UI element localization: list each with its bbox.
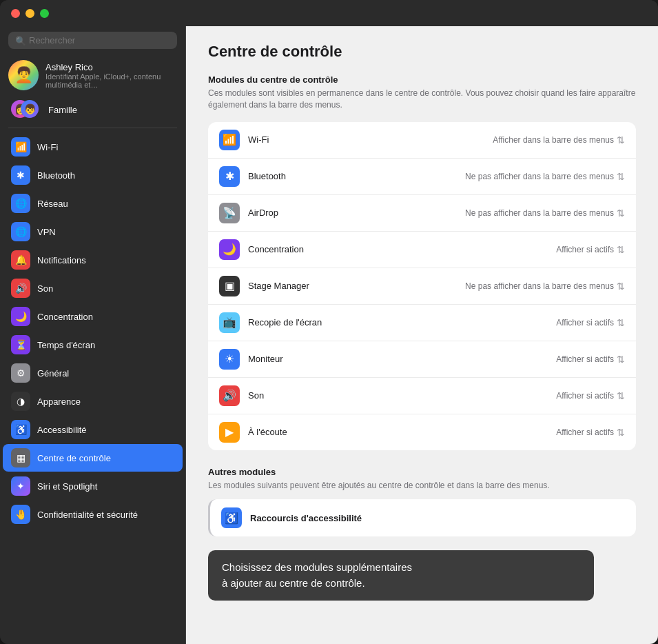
sidebar-item-label-siri: Siri et Spotlight [37,481,97,492]
sidebar-item-label-network: Réseau [37,199,68,209]
module-name-stagemanager: Stage Manager [248,281,457,291]
sidebar-item-label-privacy: Confidentialité et sécurité [37,510,138,520]
appearance-icon: ◑ [11,392,30,411]
stepper-icon-sound: ⇅ [617,390,625,401]
sidebar-item-appearance[interactable]: ◑ Apparence [3,388,183,415]
display-module-icon: ☀ [219,349,240,370]
sidebar-item-focus[interactable]: 🌙 Concentration [3,303,183,330]
sidebar-item-label-appearance: Apparence [37,396,81,407]
sidebar-item-notifications[interactable]: 🔔 Notifications [3,246,183,274]
privacy-icon: 🤚 [11,505,30,524]
main-content: Centre de contrôle Modules du centre de … [186,26,658,644]
nowplaying-module-icon: ▶ [219,422,240,443]
module-control-display[interactable]: Afficher si actifs ⇅ [556,354,625,365]
sidebar-item-wifi[interactable]: 📶 Wi-Fi [3,133,183,161]
sidebar-item-control[interactable]: ▦ Centre de contrôle [3,444,183,472]
module-control-screen[interactable]: Afficher si actifs ⇅ [556,317,625,328]
sidebar-item-label-notifications: Notifications [37,255,86,265]
airdrop-module-icon: 📡 [219,203,240,223]
general-icon: ⚙ [11,363,30,383]
module-control-label-stagemanager: Ne pas afficher dans la barre des menus [465,281,614,291]
module-name-nowplaying: À l'écoute [248,427,548,437]
close-button[interactable] [11,9,20,18]
stepper-icon-focus: ⇅ [617,244,625,255]
user-info: Ashley Rico Identifiant Apple, iCloud+, … [45,62,180,89]
notifications-icon: 🔔 [11,250,30,270]
sidebar-item-screentime[interactable]: ⏳ Temps d'écran [3,331,183,359]
search-input[interactable] [29,35,170,46]
stepper-icon-stagemanager: ⇅ [617,281,625,292]
sidebar-item-privacy[interactable]: 🤚 Confidentialité et sécurité [3,501,183,528]
focus-module-icon: 🌙 [219,239,240,260]
avatar: 🧑‍🦱 [8,60,39,90]
module-control-label-bluetooth: Ne pas afficher dans la barre des menus [465,172,614,181]
search-bar[interactable]: 🔍 [8,32,177,49]
module-row-wifi: 📶 Wi-Fi Afficher dans la barre des menus… [208,122,636,159]
autres-row-accessibility-shortcuts: ♿ Raccourcis d'accessibilité [210,499,636,536]
page-title: Centre de contrôle [208,43,636,61]
autres-header: Autres modules [208,467,636,477]
accessibility-shortcuts-autres-icon: ♿ [221,507,242,528]
module-name-airdrop: AirDrop [248,208,457,218]
user-profile-item[interactable]: 🧑‍🦱 Ashley Rico Identifiant Apple, iClou… [0,57,185,96]
module-name-sound: Son [248,390,548,401]
titlebar [0,0,658,26]
modules-list: 📶 Wi-Fi Afficher dans la barre des menus… [208,122,636,450]
bluetooth-icon: ✱ [11,165,30,185]
module-row-display: ☀ Moniteur Afficher si actifs ⇅ [208,341,636,378]
module-control-airdrop[interactable]: Ne pas afficher dans la barre des menus … [465,208,625,219]
autres-section: Autres modules Les modules suivants peuv… [208,467,636,537]
wifi-icon: 📶 [11,137,30,157]
search-icon: 🔍 [15,36,25,46]
sidebar-item-label-wifi: Wi-Fi [37,142,58,152]
user-name: Ashley Rico [45,62,180,72]
siri-icon: ✦ [11,476,30,496]
bluetooth-module-icon: ✱ [219,166,240,187]
module-control-sound[interactable]: Afficher si actifs ⇅ [556,390,625,401]
family-avatar-2: 👦 [21,100,39,118]
sound-module-icon: 🔊 [219,385,240,406]
main-window: 🔍 🧑‍🦱 Ashley Rico Identifiant Apple, iCl… [0,0,658,644]
content-area: 🔍 🧑‍🦱 Ashley Rico Identifiant Apple, iCl… [0,26,658,644]
stagemanager-module-icon: ▣ [219,276,240,296]
screentime-icon: ⏳ [11,335,30,354]
module-row-screen: 📺 Recopie de l'écran Afficher si actifs … [208,305,636,341]
stepper-icon-nowplaying: ⇅ [617,427,625,438]
sidebar-item-bluetooth[interactable]: ✱ Bluetooth [3,161,183,189]
network-icon: 🌐 [11,194,30,213]
sidebar-item-label-general: Général [37,368,69,379]
stepper-icon-bluetooth: ⇅ [617,171,625,182]
autres-row-name-accessibility-shortcuts: Raccourcis d'accessibilité [250,513,362,523]
module-control-label-wifi: Afficher dans la barre des menus [493,135,614,145]
module-row-sound: 🔊 Son Afficher si actifs ⇅ [208,378,636,414]
minimize-button[interactable] [25,9,34,18]
sidebar-item-sound[interactable]: 🔊 Son [3,274,183,302]
module-control-label-nowplaying: Afficher si actifs [556,427,614,437]
sidebar-item-general[interactable]: ⚙ Général [3,359,183,387]
sidebar-item-network[interactable]: 🌐 Réseau [3,190,183,217]
module-name-focus: Concentration [248,244,548,254]
traffic-lights [11,9,49,18]
module-control-stagemanager[interactable]: Ne pas afficher dans la barre des menus … [465,281,625,292]
sidebar-item-siri[interactable]: ✦ Siri et Spotlight [3,472,183,500]
module-control-label-display: Afficher si actifs [556,354,614,364]
module-control-nowplaying[interactable]: Afficher si actifs ⇅ [556,427,625,438]
module-control-wifi[interactable]: Afficher dans la barre des menus ⇅ [493,134,625,145]
sidebar-item-label-accessibility: Accessibilité [37,425,87,435]
sidebar-item-famille[interactable]: 👩 👦 Famille [3,96,183,123]
control-icon: ▦ [11,448,30,467]
screen-module-icon: 📺 [219,312,240,333]
user-subtitle: Identifiant Apple, iCloud+, contenu mult… [45,72,180,89]
maximize-button[interactable] [40,9,49,18]
autres-list: ♿ Raccourcis d'accessibilité [208,499,636,536]
module-row-stagemanager: ▣ Stage Manager Ne pas afficher dans la … [208,268,636,305]
module-control-focus[interactable]: Afficher si actifs ⇅ [556,244,625,255]
sidebar-item-accessibility[interactable]: ♿ Accessibilité [3,416,183,443]
sidebar-item-vpn[interactable]: 🌐 VPN [3,218,183,245]
modules-section-header: Modules du centre de contrôle [208,74,636,85]
accessibility-icon: ♿ [11,420,30,439]
focus-icon: 🌙 [11,307,30,326]
sidebar-item-label-sound: Son [37,283,53,294]
module-control-bluetooth[interactable]: Ne pas afficher dans la barre des menus … [465,171,625,182]
module-name-screen: Recopie de l'écran [248,317,548,328]
